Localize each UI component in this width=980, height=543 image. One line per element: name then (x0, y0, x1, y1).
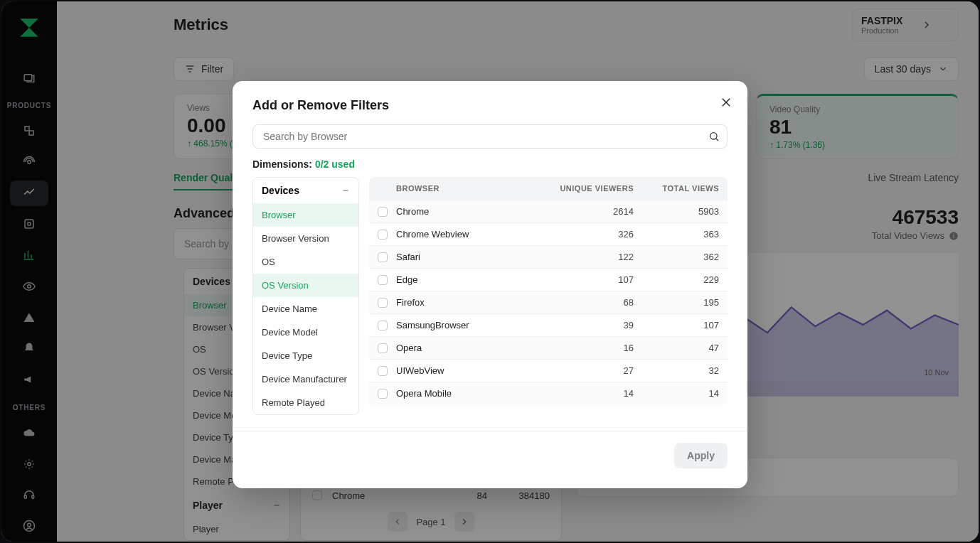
table-row[interactable]: Opera Mobile 14 14 (369, 382, 728, 404)
apply-button[interactable]: Apply (674, 443, 728, 468)
cell-total: 362 (634, 252, 719, 262)
dimensions-usage: Dimensions: 0/2 used (252, 158, 728, 170)
cell-name: Chrome (396, 206, 520, 217)
svg-point-21 (710, 133, 717, 139)
cell-unique: 326 (520, 229, 634, 240)
cell-unique: 39 (520, 320, 634, 330)
dimension-item[interactable]: Device Model (253, 321, 358, 344)
dimension-item[interactable]: Browser Version (253, 227, 358, 250)
dimension-item[interactable]: Browser (253, 203, 358, 227)
table-row[interactable]: SamsungBrowser 39 107 (369, 313, 728, 336)
dimension-item[interactable]: Device Name (253, 297, 358, 321)
cell-total: 32 (634, 365, 719, 376)
cell-unique: 14 (520, 388, 634, 399)
cell-unique: 107 (520, 274, 634, 285)
table-row[interactable]: Safari 122 362 (369, 245, 728, 268)
cell-name: Opera (396, 343, 520, 353)
close-icon[interactable] (718, 94, 735, 111)
checkbox[interactable] (378, 275, 388, 285)
cell-total: 195 (634, 297, 719, 308)
modal-search[interactable] (252, 124, 728, 149)
cell-unique: 122 (520, 252, 634, 262)
cell-total: 5903 (634, 206, 719, 217)
table-row[interactable]: Firefox 68 195 (369, 291, 728, 313)
cell-total: 107 (634, 320, 719, 330)
cell-total: 47 (634, 343, 719, 353)
cell-name: Firefox (396, 297, 520, 308)
table-row[interactable]: Chrome 2614 5903 (369, 200, 728, 222)
cell-unique: 68 (520, 297, 634, 308)
cell-total: 14 (634, 388, 719, 399)
cell-unique: 2614 (520, 206, 634, 217)
search-input[interactable] (263, 131, 708, 142)
checkbox[interactable] (378, 230, 388, 240)
dim-list-heading: Devices (262, 185, 299, 196)
col-unique: UNIQUE VIEWERS (520, 184, 634, 193)
cell-name: Edge (396, 274, 520, 285)
table-row[interactable]: Opera 16 47 (369, 336, 728, 359)
svg-line-22 (716, 139, 718, 141)
collapse-icon[interactable] (341, 186, 350, 195)
cell-unique: 27 (520, 365, 634, 376)
cell-name: Chrome Webview (396, 229, 520, 240)
checkbox[interactable] (378, 321, 388, 330)
checkbox[interactable] (378, 298, 388, 308)
col-browser: BROWSER (396, 184, 520, 193)
filter-table: BROWSER UNIQUE VIEWERS TOTAL VIEWS Chrom… (369, 177, 728, 415)
cell-total: 229 (634, 274, 719, 285)
col-total: TOTAL VIEWS (634, 184, 719, 193)
dimension-list: Devices BrowserBrowser VersionOSOS Versi… (252, 177, 359, 415)
dimension-item[interactable]: Remote Played (253, 391, 358, 414)
checkbox[interactable] (378, 366, 388, 376)
table-row[interactable]: UIWebView 27 32 (369, 359, 728, 382)
dimension-item[interactable]: OS Version (253, 274, 358, 297)
dimension-item[interactable]: OS (253, 250, 358, 274)
cell-unique: 16 (520, 343, 634, 353)
cell-total: 363 (634, 229, 719, 240)
checkbox[interactable] (378, 343, 388, 353)
checkbox[interactable] (378, 252, 388, 262)
cell-name: Safari (396, 252, 520, 262)
cell-name: Opera Mobile (396, 388, 520, 399)
table-row[interactable]: Edge 107 229 (369, 268, 728, 291)
checkbox[interactable] (378, 389, 388, 399)
search-icon (708, 131, 720, 142)
cell-name: SamsungBrowser (396, 320, 520, 330)
table-row[interactable]: Chrome Webview 326 363 (369, 222, 728, 245)
cell-name: UIWebView (396, 365, 520, 376)
dimension-item[interactable]: Device Type (253, 344, 358, 367)
modal-title: Add or Remove Filters (252, 98, 728, 113)
modal-overlay[interactable]: Add or Remove Filters Dimensions: 0/2 us… (0, 0, 980, 543)
dimension-item[interactable]: Device Manufacturer (253, 367, 358, 391)
checkbox[interactable] (378, 207, 388, 217)
filters-modal: Add or Remove Filters Dimensions: 0/2 us… (233, 81, 747, 488)
